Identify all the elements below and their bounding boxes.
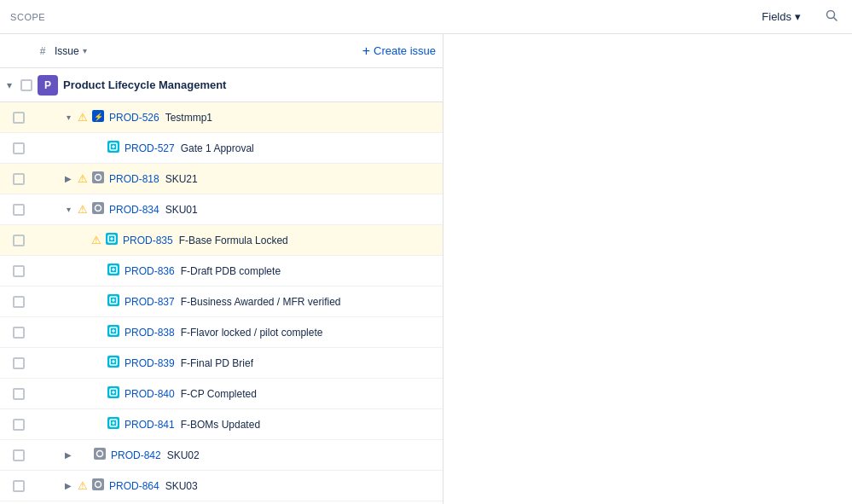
issue-cell-PROD-818: ▶⚠PROD-818SKU21 [55, 171, 437, 186]
expand-btn-PROD-526[interactable]: ▾ [61, 111, 75, 125]
issue-cell-PROD-526: ▾⚠⚡PROD-526Testmmp1 [55, 110, 437, 125]
issue-name-PROD-527: Gate 1 Approval [181, 142, 254, 154]
issue-key-PROD-840[interactable]: PROD-840 [125, 388, 175, 400]
issue-type-icon-PROD-841 [107, 417, 119, 432]
svg-rect-42 [92, 478, 104, 490]
fields-chevron-icon: ▾ [795, 10, 801, 23]
checkbox-PROD-527[interactable] [13, 142, 25, 154]
create-issue-label: Create issue [374, 44, 436, 57]
issue-chevron-icon[interactable]: ▾ [83, 46, 87, 55]
search-icon[interactable] [821, 5, 842, 28]
issue-name-PROD-839: F-Final PD Brief [181, 357, 253, 369]
issue-key-PROD-842[interactable]: PROD-842 [111, 449, 161, 461]
checkbox-PROD-837[interactable] [13, 296, 25, 308]
issue-cell-PROD-841: PROD-841F-BOMs Updated [55, 417, 437, 432]
left-row-PROD-527: PROD-527Gate 1 Approval [0, 133, 443, 164]
checkbox-PROD-838[interactable] [13, 327, 25, 339]
checkbox-PROD-818[interactable] [13, 173, 25, 185]
checkbox-PROD-840[interactable] [13, 388, 25, 400]
scroll-area[interactable]: ▾ P Product Lifecycle Management ▾⚠⚡PROD… [0, 68, 443, 504]
issue-name-PROD-818: SKU21 [165, 173, 198, 185]
left-row-PROD-864: ▶⚠PROD-864SKU03 [0, 471, 443, 501]
svg-rect-40 [94, 448, 106, 460]
issue-cell-PROD-837: PROD-837F-Business Awarded / MFR verifie… [55, 294, 437, 309]
fields-button[interactable]: Fields ▾ [755, 7, 808, 26]
issue-name-PROD-840: F-CP Completed [181, 388, 257, 400]
issue-key-PROD-527[interactable]: PROD-527 [125, 142, 175, 154]
issue-name-PROD-834: SKU01 [165, 204, 198, 216]
left-row-PROD-842: ▶PROD-842SKU02 [0, 440, 443, 471]
issue-type-icon-PROD-835 [106, 233, 118, 247]
hash-label: # [40, 45, 46, 57]
project-row: ▾ P Product Lifecycle Management [0, 68, 443, 102]
svg-rect-8 [92, 171, 104, 183]
issue-name-PROD-837: F-Business Awarded / MFR verified [181, 296, 341, 308]
left-row-PROD-835: ⚠PROD-835F-Base Formula Locked [0, 225, 443, 256]
checkbox-PROD-839[interactable] [13, 357, 25, 369]
checkbox-PROD-842[interactable] [13, 449, 25, 461]
left-row-PROD-818: ▶⚠PROD-818SKU21 [0, 164, 443, 194]
checkbox-PROD-834[interactable] [13, 204, 25, 216]
project-name: Product Lifecycle Management [63, 78, 226, 91]
warning-icon-PROD-834: ⚠ [78, 203, 88, 216]
left-row-PROD-837: PROD-837F-Business Awarded / MFR verifie… [0, 287, 443, 317]
fields-label: Fields [762, 10, 791, 23]
issue-type-icon-PROD-834 [92, 202, 104, 217]
left-row-PROD-840: PROD-840F-CP Completed [0, 379, 443, 409]
svg-text:⚡: ⚡ [94, 112, 104, 122]
svg-line-1 [834, 18, 838, 21]
expand-btn-PROD-834[interactable]: ▾ [61, 203, 75, 217]
issue-key-PROD-834[interactable]: PROD-834 [109, 204, 159, 216]
issue-key-PROD-836[interactable]: PROD-836 [125, 265, 175, 277]
project-expand-icon[interactable]: ▾ [7, 79, 12, 91]
svg-rect-10 [92, 202, 104, 214]
issue-key-PROD-838[interactable]: PROD-838 [125, 327, 175, 339]
project-checkbox[interactable] [20, 79, 32, 91]
expand-btn-PROD-818[interactable]: ▶ [61, 172, 75, 186]
issue-key-PROD-864[interactable]: PROD-864 [109, 480, 159, 492]
checkbox-PROD-864[interactable] [13, 480, 25, 492]
issue-key-PROD-818[interactable]: PROD-818 [109, 173, 159, 185]
project-left: ▾ P Product Lifecycle Management [0, 75, 443, 96]
issue-key-PROD-837[interactable]: PROD-837 [125, 296, 175, 308]
scope-label: SCOPE [10, 12, 45, 22]
issue-cell-PROD-839: PROD-839F-Final PD Brief [55, 356, 437, 370]
warning-icon-PROD-835: ⚠ [91, 234, 101, 246]
checkbox-PROD-835[interactable] [13, 235, 25, 246]
issue-cell-PROD-834: ▾⚠PROD-834SKU01 [55, 202, 437, 217]
create-issue-button[interactable]: + Create issue [362, 43, 436, 59]
issue-name-PROD-842: SKU02 [167, 449, 200, 461]
left-header: # Issue ▾ + Create issue [0, 34, 443, 68]
issue-cell-PROD-842: ▶PROD-842SKU02 [55, 448, 437, 462]
checkbox-PROD-526[interactable] [13, 112, 25, 124]
checkbox-PROD-841[interactable] [13, 419, 25, 431]
issue-name-PROD-838: F-Flavor locked / pilot complete [181, 327, 323, 339]
issue-cell-PROD-864: ▶⚠PROD-864SKU03 [55, 478, 437, 493]
left-row-PROD-834: ▾⚠PROD-834SKU01 [0, 194, 443, 225]
issue-type-icon-PROD-864 [92, 478, 104, 493]
warning-icon-PROD-526: ⚠ [78, 111, 88, 124]
issue-header-label: Issue [55, 45, 79, 57]
expand-btn-PROD-842[interactable]: ▶ [61, 449, 75, 462]
expand-btn-PROD-864[interactable]: ▶ [61, 479, 75, 493]
top-right: Fields ▾ [755, 5, 842, 28]
issue-key-PROD-526[interactable]: PROD-526 [109, 112, 159, 124]
issue-cell-PROD-527: PROD-527Gate 1 Approval [55, 141, 437, 155]
issue-key-PROD-841[interactable]: PROD-841 [125, 419, 175, 431]
issue-type-icon-PROD-842 [94, 448, 106, 462]
checkbox-PROD-836[interactable] [13, 265, 25, 277]
issue-name-PROD-836: F-Draft PDB complete [181, 265, 281, 277]
left-row-PROD-839: PROD-839F-Final PD Brief [0, 348, 443, 379]
issue-type-icon-PROD-818 [92, 171, 104, 186]
issue-name-PROD-835: F-Base Formula Locked [179, 235, 288, 246]
issue-cell-PROD-840: PROD-840F-CP Completed [55, 386, 437, 401]
issue-cell-PROD-835: ⚠PROD-835F-Base Formula Locked [55, 233, 437, 247]
issue-cell-PROD-838: PROD-838F-Flavor locked / pilot complete [55, 325, 437, 339]
issue-key-PROD-835[interactable]: PROD-835 [123, 235, 173, 246]
left-row-PROD-526: ▾⚠⚡PROD-526Testmmp1 [0, 102, 443, 133]
warning-icon-PROD-818: ⚠ [78, 172, 88, 185]
issue-header: Issue ▾ [55, 45, 362, 57]
issue-key-PROD-839[interactable]: PROD-839 [125, 357, 175, 369]
app-container: SCOPE Fields ▾ # [0, 0, 852, 504]
issue-name-PROD-841: F-BOMs Updated [181, 419, 260, 431]
